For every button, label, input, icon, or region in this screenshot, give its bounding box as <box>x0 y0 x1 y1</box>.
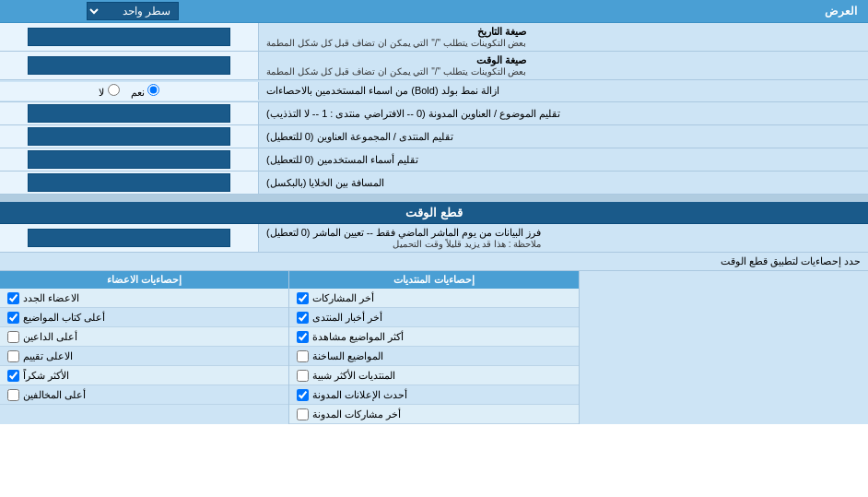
member-item-1-label: أعلى كتاب المواضيع <box>23 312 105 324</box>
member-item-5: أعلى المخالفين <box>0 385 288 405</box>
cut-days-row: فرز البيانات من يوم الماشر الماضي فقط --… <box>0 224 868 253</box>
post-item-2: أكثر المواضيع مشاهدة <box>289 327 578 347</box>
display-label: العرض <box>262 5 864 18</box>
post-item-1: أخر أخبار المنتدى <box>289 308 578 327</box>
member-item-3-checkbox[interactable] <box>7 350 19 362</box>
page-wrapper: العرض سطر واحد جدول موسع صيغة التاريخ بع… <box>0 0 868 424</box>
trim-forum-input-cell: 33 <box>0 125 258 148</box>
posts-stats-col: إحصاءيات المنتديات أخر المشاركات أخر أخب… <box>288 271 578 424</box>
post-item-6-checkbox[interactable] <box>297 408 309 420</box>
scroll-divider <box>0 195 868 202</box>
members-stats-header: إحصاءيات الاعضاء <box>0 271 288 289</box>
bold-remove-no-text: لا <box>99 87 104 98</box>
member-item-1: أعلى كتاب المواضيع <box>0 308 288 327</box>
date-format-row: صيغة التاريخ بعض التكوينات يتطلب "/" الت… <box>0 23 868 52</box>
bold-remove-radio-cell: نعم لا <box>0 82 258 101</box>
display-row: العرض سطر واحد جدول موسع <box>0 0 868 23</box>
trim-users-desc: تقليم أسماء المستخدمين (0 للتعطيل) <box>258 148 868 171</box>
member-item-3-label: الاعلى تقييم <box>23 350 73 362</box>
date-format-desc: صيغة التاريخ بعض التكوينات يتطلب "/" الت… <box>258 23 868 51</box>
date-format-sublabel: بعض التكوينات يتطلب "/" التي يمكن ان تضا… <box>266 38 526 48</box>
time-format-desc: صيغة الوقت بعض التكوينات يتطلب "/" التي … <box>258 52 868 79</box>
stats-limit-row: حدد إحصاءيات لتطبيق قطع الوقت <box>0 253 868 271</box>
member-item-2-label: أعلى الداعين <box>23 331 77 343</box>
post-item-0-label: أخر المشاركات <box>312 292 374 304</box>
date-format-label: صيغة التاريخ <box>477 26 526 37</box>
time-format-input-cell: H:i <box>0 52 258 79</box>
cut-days-desc: فرز البيانات من يوم الماشر الماضي فقط --… <box>258 224 868 252</box>
post-item-1-checkbox[interactable] <box>297 312 309 324</box>
members-stats-col: إحصاءيات الاعضاء الاعضاء الجدد أعلى كتاب… <box>0 271 288 424</box>
member-item-5-checkbox[interactable] <box>7 389 19 401</box>
date-format-input-cell: d-m <box>0 23 258 51</box>
member-item-0: الاعضاء الجدد <box>0 289 288 308</box>
bold-remove-yes-radio[interactable] <box>147 84 159 96</box>
post-item-5-checkbox[interactable] <box>297 389 309 401</box>
cell-spacing-desc: المسافة بين الخلايا (بالبكسل) <box>258 172 868 194</box>
trim-forum-row: تقليم المنتدى / المجموعة العناوين (0 للت… <box>0 125 868 148</box>
cell-spacing-row: المسافة بين الخلايا (بالبكسل) 2 <box>0 172 868 195</box>
post-item-1-label: أخر أخبار المنتدى <box>312 312 382 324</box>
post-item-2-checkbox[interactable] <box>297 331 309 343</box>
time-format-input[interactable]: H:i <box>28 56 230 75</box>
member-item-4-label: الأكثر شكراً <box>23 370 69 382</box>
stats-limit-label: حدد إحصاءيات لتطبيق قطع الوقت <box>721 255 861 266</box>
cut-days-input[interactable]: 0 <box>28 229 230 247</box>
member-item-5-label: أعلى المخالفين <box>23 389 86 401</box>
bold-remove-row: ازالة نمط بولد (Bold) من اسماء المستخدمي… <box>0 80 868 102</box>
post-item-5: أحدث الإعلانات المدونة <box>289 385 578 405</box>
bold-remove-no-radio[interactable] <box>108 84 120 96</box>
trim-subjects-input[interactable]: 33 <box>28 104 230 123</box>
bold-remove-no-label: لا <box>99 84 119 99</box>
time-format-label: صيغة الوقت <box>476 54 526 65</box>
time-format-row: صيغة الوقت بعض التكوينات يتطلب "/" التي … <box>0 52 868 80</box>
cell-spacing-input-cell: 2 <box>0 172 258 194</box>
cut-days-input-cell: 0 <box>0 224 258 252</box>
trim-subjects-desc: تقليم الموضوع / العناوين المدونة (0 -- ا… <box>258 102 868 124</box>
member-item-1-checkbox[interactable] <box>7 312 19 324</box>
display-input-cell: سطر واحد جدول موسع <box>4 2 262 20</box>
trim-subjects-row: تقليم الموضوع / العناوين المدونة (0 -- ا… <box>0 102 868 125</box>
post-item-3: المواضيع الساخنة <box>289 347 578 366</box>
date-format-input[interactable]: d-m <box>28 28 230 46</box>
post-item-2-label: أكثر المواضيع مشاهدة <box>312 331 404 343</box>
trim-users-row: تقليم أسماء المستخدمين (0 للتعطيل) 0 <box>0 148 868 172</box>
post-item-3-checkbox[interactable] <box>297 350 309 362</box>
post-item-4: المنتديات الأكثر شبية <box>289 366 578 385</box>
trim-subjects-input-cell: 33 <box>0 102 258 124</box>
member-item-2: أعلى الداعين <box>0 327 288 347</box>
trim-forum-desc: تقليم المنتدى / المجموعة العناوين (0 للت… <box>258 125 868 148</box>
post-item-6: أخر مشاركات المدونة <box>289 405 578 424</box>
bottom-area: إحصاءيات المنتديات أخر المشاركات أخر أخب… <box>0 271 868 424</box>
member-item-0-checkbox[interactable] <box>7 292 19 304</box>
member-item-3: الاعلى تقييم <box>0 347 288 366</box>
post-item-0-checkbox[interactable] <box>297 292 309 304</box>
post-item-4-checkbox[interactable] <box>297 370 309 382</box>
time-format-sublabel: بعض التكوينات يتطلب "/" التي يمكن ان تضا… <box>266 66 526 77</box>
post-item-5-label: أحدث الإعلانات المدونة <box>312 389 407 401</box>
posts-stats-header: إحصاءيات المنتديات <box>289 271 578 289</box>
bold-remove-yes-label: نعم <box>131 84 159 99</box>
cell-spacing-input[interactable]: 2 <box>28 173 230 192</box>
trim-users-input-cell: 0 <box>0 148 258 171</box>
post-item-6-label: أخر مشاركات المدونة <box>312 408 401 420</box>
post-item-4-label: المنتديات الأكثر شبية <box>312 370 395 382</box>
member-item-0-label: الاعضاء الجدد <box>23 292 79 304</box>
cut-time-header: قطع الوقت <box>0 202 868 224</box>
member-item-4: الأكثر شكراً <box>0 366 288 385</box>
bold-remove-desc: ازالة نمط بولد (Bold) من اسماء المستخدمي… <box>258 82 868 100</box>
spacer-col <box>579 271 868 424</box>
trim-forum-input[interactable]: 33 <box>28 127 230 146</box>
cut-days-sublabel: ملاحظة : هذا قد يزيد قليلاً وقت التحميل <box>266 239 541 249</box>
member-item-2-checkbox[interactable] <box>7 331 19 343</box>
post-item-3-label: المواضيع الساخنة <box>312 350 383 362</box>
cut-days-label: فرز البيانات من يوم الماشر الماضي فقط --… <box>266 227 541 238</box>
trim-users-input[interactable]: 0 <box>28 150 230 169</box>
member-item-4-checkbox[interactable] <box>7 370 19 382</box>
bold-remove-yes-text: نعم <box>131 87 145 98</box>
post-item-0: أخر المشاركات <box>289 289 578 308</box>
display-select[interactable]: سطر واحد جدول موسع <box>87 2 179 20</box>
